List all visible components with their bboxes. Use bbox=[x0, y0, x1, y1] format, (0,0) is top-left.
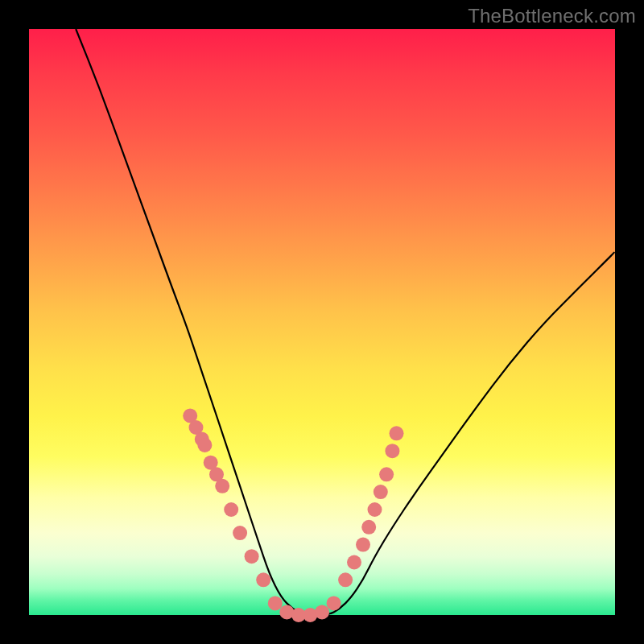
bottleneck-curve-path bbox=[76, 29, 615, 615]
data-dot bbox=[338, 572, 353, 587]
data-dot bbox=[224, 502, 238, 517]
data-dot bbox=[315, 605, 329, 619]
data-dot bbox=[390, 426, 404, 440]
data-dot bbox=[379, 467, 394, 481]
data-dot bbox=[215, 479, 229, 493]
watermark-text: TheBottleneck.com bbox=[468, 5, 636, 27]
data-dot bbox=[368, 502, 382, 517]
chart-frame: TheBottleneck.com bbox=[0, 0, 644, 644]
data-dot bbox=[256, 572, 270, 587]
data-dot bbox=[347, 555, 361, 570]
data-dot bbox=[268, 596, 283, 610]
data-dots-group bbox=[183, 409, 403, 623]
data-dot bbox=[245, 549, 259, 564]
data-dot bbox=[233, 526, 247, 540]
data-dot bbox=[361, 520, 376, 535]
data-dot bbox=[385, 444, 399, 458]
data-dot bbox=[374, 485, 388, 499]
chart-svg bbox=[29, 29, 615, 615]
plot-area bbox=[29, 29, 615, 615]
data-dot bbox=[197, 438, 212, 452]
data-dot bbox=[327, 596, 341, 610]
data-dot bbox=[356, 538, 370, 552]
